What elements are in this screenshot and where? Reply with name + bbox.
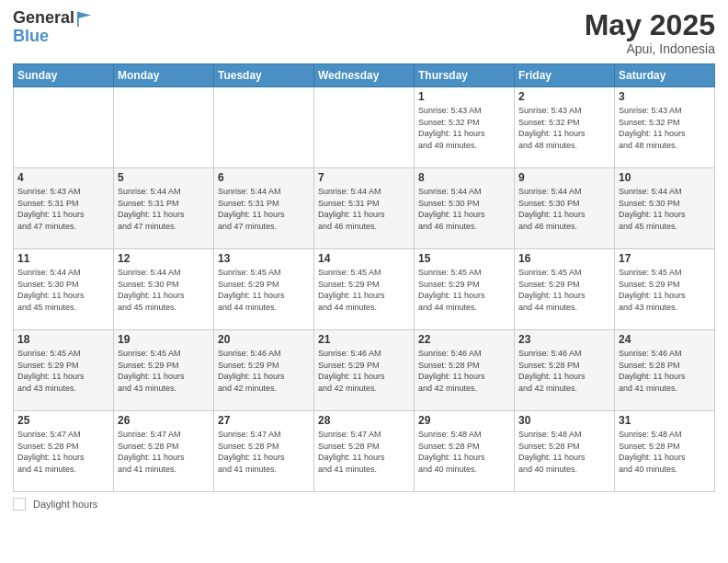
day-number: 6 (218, 171, 310, 184)
day-info: Sunrise: 5:44 AM Sunset: 5:31 PM Dayligh… (118, 186, 210, 232)
calendar-cell: 23Sunrise: 5:46 AM Sunset: 5:28 PM Dayli… (515, 330, 615, 411)
day-number: 23 (518, 333, 610, 346)
day-number: 1 (418, 90, 510, 103)
calendar-day-header: Monday (114, 64, 214, 87)
calendar-cell (14, 87, 114, 168)
day-number: 21 (318, 333, 410, 346)
day-number: 27 (218, 414, 310, 427)
day-info: Sunrise: 5:45 AM Sunset: 5:29 PM Dayligh… (118, 348, 210, 394)
day-number: 14 (318, 252, 410, 265)
calendar-cell: 19Sunrise: 5:45 AM Sunset: 5:29 PM Dayli… (114, 330, 214, 411)
calendar-day-header: Friday (515, 64, 615, 87)
calendar-cell: 29Sunrise: 5:48 AM Sunset: 5:28 PM Dayli… (415, 411, 515, 492)
calendar-cell: 16Sunrise: 5:45 AM Sunset: 5:29 PM Dayli… (515, 249, 615, 330)
svg-marker-0 (78, 12, 91, 18)
calendar-cell: 9Sunrise: 5:44 AM Sunset: 5:30 PM Daylig… (515, 168, 615, 249)
day-number: 3 (619, 90, 711, 103)
calendar-cell: 17Sunrise: 5:45 AM Sunset: 5:29 PM Dayli… (615, 249, 715, 330)
calendar-cell: 4Sunrise: 5:43 AM Sunset: 5:31 PM Daylig… (14, 168, 114, 249)
calendar-day-header: Tuesday (214, 64, 314, 87)
calendar-cell: 28Sunrise: 5:47 AM Sunset: 5:28 PM Dayli… (314, 411, 415, 492)
day-number: 17 (619, 252, 711, 265)
day-info: Sunrise: 5:43 AM Sunset: 5:32 PM Dayligh… (418, 105, 510, 151)
day-info: Sunrise: 5:47 AM Sunset: 5:28 PM Dayligh… (318, 429, 410, 475)
calendar-header-row: SundayMondayTuesdayWednesdayThursdayFrid… (14, 64, 715, 87)
day-info: Sunrise: 5:46 AM Sunset: 5:28 PM Dayligh… (619, 348, 711, 394)
calendar-cell: 7Sunrise: 5:44 AM Sunset: 5:31 PM Daylig… (314, 168, 415, 249)
footer: Daylight hours (13, 498, 715, 511)
calendar-week-row: 25Sunrise: 5:47 AM Sunset: 5:28 PM Dayli… (14, 411, 715, 492)
day-number: 29 (418, 414, 510, 427)
calendar-cell: 15Sunrise: 5:45 AM Sunset: 5:29 PM Dayli… (415, 249, 515, 330)
day-number: 9 (518, 171, 610, 184)
day-info: Sunrise: 5:44 AM Sunset: 5:30 PM Dayligh… (17, 267, 109, 313)
day-info: Sunrise: 5:46 AM Sunset: 5:28 PM Dayligh… (518, 348, 610, 394)
day-number: 8 (418, 171, 510, 184)
calendar-cell: 30Sunrise: 5:48 AM Sunset: 5:28 PM Dayli… (515, 411, 615, 492)
calendar-cell: 25Sunrise: 5:47 AM Sunset: 5:28 PM Dayli… (14, 411, 114, 492)
day-number: 2 (518, 90, 610, 103)
day-number: 26 (118, 414, 210, 427)
day-info: Sunrise: 5:45 AM Sunset: 5:29 PM Dayligh… (17, 348, 109, 394)
calendar-cell: 13Sunrise: 5:45 AM Sunset: 5:29 PM Dayli… (214, 249, 314, 330)
calendar-cell: 27Sunrise: 5:47 AM Sunset: 5:28 PM Dayli… (214, 411, 314, 492)
calendar-cell: 6Sunrise: 5:44 AM Sunset: 5:31 PM Daylig… (214, 168, 314, 249)
calendar-day-header: Sunday (14, 64, 114, 87)
calendar-cell: 1Sunrise: 5:43 AM Sunset: 5:32 PM Daylig… (415, 87, 515, 168)
day-info: Sunrise: 5:45 AM Sunset: 5:29 PM Dayligh… (518, 267, 610, 313)
daylight-label: Daylight hours (33, 499, 97, 510)
calendar-cell: 22Sunrise: 5:46 AM Sunset: 5:28 PM Dayli… (415, 330, 515, 411)
calendar-cell: 18Sunrise: 5:45 AM Sunset: 5:29 PM Dayli… (14, 330, 114, 411)
day-info: Sunrise: 5:45 AM Sunset: 5:29 PM Dayligh… (619, 267, 711, 313)
calendar-cell (214, 87, 314, 168)
calendar-day-header: Wednesday (314, 64, 415, 87)
logo: General Blue (13, 9, 93, 46)
calendar-week-row: 4Sunrise: 5:43 AM Sunset: 5:31 PM Daylig… (14, 168, 715, 249)
header: General Blue May 2025 Apui, Indonesia (13, 9, 715, 56)
day-info: Sunrise: 5:45 AM Sunset: 5:29 PM Dayligh… (218, 267, 310, 313)
day-info: Sunrise: 5:44 AM Sunset: 5:31 PM Dayligh… (318, 186, 410, 232)
calendar-cell (314, 87, 415, 168)
calendar-cell: 5Sunrise: 5:44 AM Sunset: 5:31 PM Daylig… (114, 168, 214, 249)
day-number: 22 (418, 333, 510, 346)
calendar-cell: 3Sunrise: 5:43 AM Sunset: 5:32 PM Daylig… (615, 87, 715, 168)
day-number: 15 (418, 252, 510, 265)
day-number: 12 (118, 252, 210, 265)
day-number: 28 (318, 414, 410, 427)
day-number: 19 (118, 333, 210, 346)
day-number: 30 (518, 414, 610, 427)
calendar-cell: 2Sunrise: 5:43 AM Sunset: 5:32 PM Daylig… (515, 87, 615, 168)
calendar-cell: 20Sunrise: 5:46 AM Sunset: 5:29 PM Dayli… (214, 330, 314, 411)
logo-text-blue: Blue (13, 27, 49, 45)
day-info: Sunrise: 5:46 AM Sunset: 5:29 PM Dayligh… (218, 348, 310, 394)
calendar-day-header: Thursday (415, 64, 515, 87)
calendar-cell: 21Sunrise: 5:46 AM Sunset: 5:29 PM Dayli… (314, 330, 415, 411)
day-info: Sunrise: 5:48 AM Sunset: 5:28 PM Dayligh… (518, 429, 610, 475)
day-info: Sunrise: 5:47 AM Sunset: 5:28 PM Dayligh… (218, 429, 310, 475)
calendar-week-row: 18Sunrise: 5:45 AM Sunset: 5:29 PM Dayli… (14, 330, 715, 411)
day-info: Sunrise: 5:45 AM Sunset: 5:29 PM Dayligh… (418, 267, 510, 313)
day-info: Sunrise: 5:48 AM Sunset: 5:28 PM Dayligh… (619, 429, 711, 475)
day-number: 13 (218, 252, 310, 265)
calendar-cell (114, 87, 214, 168)
day-info: Sunrise: 5:46 AM Sunset: 5:29 PM Dayligh… (318, 348, 410, 394)
day-number: 24 (619, 333, 711, 346)
title-block: May 2025 Apui, Indonesia (585, 9, 715, 56)
calendar-week-row: 11Sunrise: 5:44 AM Sunset: 5:30 PM Dayli… (14, 249, 715, 330)
calendar-cell: 8Sunrise: 5:44 AM Sunset: 5:30 PM Daylig… (415, 168, 515, 249)
day-number: 25 (17, 414, 109, 427)
day-number: 31 (619, 414, 711, 427)
day-info: Sunrise: 5:44 AM Sunset: 5:30 PM Dayligh… (518, 186, 610, 232)
day-info: Sunrise: 5:45 AM Sunset: 5:29 PM Dayligh… (318, 267, 410, 313)
day-number: 16 (518, 252, 610, 265)
day-info: Sunrise: 5:43 AM Sunset: 5:31 PM Dayligh… (17, 186, 109, 232)
logo-text-general: General (13, 9, 74, 28)
day-info: Sunrise: 5:43 AM Sunset: 5:32 PM Dayligh… (518, 105, 610, 151)
day-number: 11 (17, 252, 109, 265)
calendar-week-row: 1Sunrise: 5:43 AM Sunset: 5:32 PM Daylig… (14, 87, 715, 168)
calendar-day-header: Saturday (615, 64, 715, 87)
calendar-cell: 26Sunrise: 5:47 AM Sunset: 5:28 PM Dayli… (114, 411, 214, 492)
day-info: Sunrise: 5:44 AM Sunset: 5:30 PM Dayligh… (118, 267, 210, 313)
day-info: Sunrise: 5:44 AM Sunset: 5:31 PM Dayligh… (218, 186, 310, 232)
day-info: Sunrise: 5:43 AM Sunset: 5:32 PM Dayligh… (619, 105, 711, 151)
